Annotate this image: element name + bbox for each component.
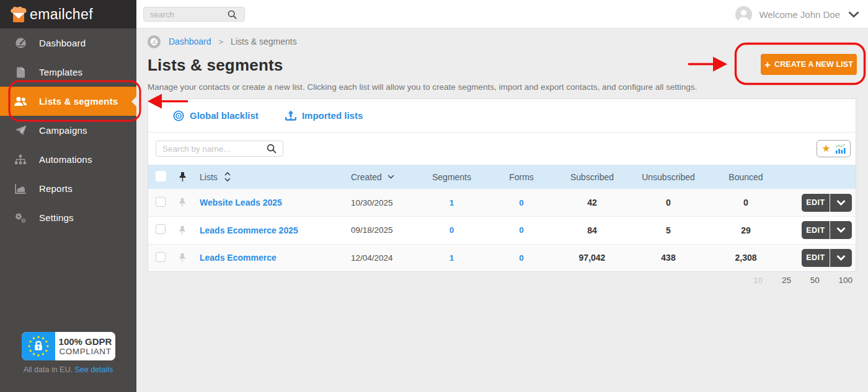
breadcrumb-home-icon[interactable] (148, 35, 161, 48)
global-search (143, 7, 245, 22)
star-icon: ★ (822, 144, 830, 154)
edit-dropdown-button[interactable] (830, 249, 852, 267)
list-search (156, 141, 283, 157)
avatar (735, 6, 752, 23)
users-icon (14, 95, 27, 108)
segments-count-link[interactable]: 1 (410, 253, 494, 263)
sidebar-item-reports[interactable]: Reports (0, 174, 136, 203)
forms-count-link[interactable]: 0 (494, 198, 549, 207)
pagination: 10 25 50 100 (148, 276, 856, 285)
unsubscribed-count: 438 (635, 253, 702, 263)
segments-count-link[interactable]: 0 (410, 225, 494, 235)
imported-lists-label: Imported lists (302, 110, 363, 121)
pin-icon[interactable] (173, 253, 192, 263)
edit-dropdown-button[interactable] (830, 221, 852, 239)
table-row: Leads Ecommerce 2025 09/18/2025 0 0 84 5… (148, 216, 856, 243)
list-created: 12/04/2024 (345, 253, 410, 263)
gdpr-see-details-link[interactable]: See details (74, 365, 113, 374)
list-name-link[interactable]: Website Leads 2025 (200, 198, 282, 207)
gdpr-line2: COMPLIANT (59, 347, 111, 356)
sidebar-item-templates[interactable]: Templates (0, 58, 136, 87)
header-unsubscribed[interactable]: Unsubscribed (635, 172, 702, 182)
lists-panel: Global blacklist Imported lists (148, 98, 856, 272)
sidebar-item-automations[interactable]: Automations (0, 145, 136, 174)
table-row: Website Leads 2025 10/30/2025 1 0 42 0 0… (148, 189, 856, 216)
bounced-count: 0 (702, 198, 790, 207)
logo[interactable]: emailchef (0, 0, 136, 28)
table-row: Leads Ecommerce 12/04/2024 1 0 97,042 43… (148, 244, 856, 271)
list-name-link[interactable]: Leads Ecommerce (200, 253, 277, 263)
select-all-checkbox[interactable] (156, 171, 166, 181)
sidebar-item-label: Lists & segments (39, 96, 118, 107)
edit-dropdown-button[interactable] (830, 194, 852, 212)
sidebar-item-label: Templates (39, 67, 82, 77)
subscribed-count: 97,042 (549, 253, 635, 263)
active-item-notch (131, 97, 136, 107)
row-checkbox[interactable] (156, 252, 166, 262)
panel-toolbar: ★ (148, 133, 856, 165)
header-segments[interactable]: Segments (410, 172, 494, 182)
bounced-count: 2,308 (702, 253, 790, 263)
imported-lists-link[interactable]: Imported lists (285, 110, 363, 121)
list-created: 09/18/2025 (345, 225, 410, 235)
breadcrumb-dashboard-link[interactable]: Dashboard (169, 37, 211, 46)
list-created: 10/30/2025 (345, 198, 410, 207)
page-size-10[interactable]: 10 (753, 276, 763, 285)
main-content: Dashboard > Lists & segments Lists & seg… (136, 28, 868, 392)
pin-header-icon[interactable] (173, 172, 192, 182)
gdpr-caption: All data in EU. See details (0, 365, 136, 374)
gdpr-caption-text: All data in EU. (24, 365, 73, 374)
page-size-50[interactable]: 50 (810, 276, 820, 285)
pin-icon[interactable] (173, 198, 192, 207)
pin-icon[interactable] (173, 225, 192, 235)
brand-name: emailchef (30, 6, 93, 23)
global-search-input[interactable] (144, 10, 228, 19)
bounced-count: 29 (702, 225, 790, 235)
sidebar-item-lists-segments[interactable]: Lists & segments (0, 87, 136, 116)
sort-icon (224, 172, 231, 182)
row-checkbox[interactable] (156, 197, 166, 207)
chevron-down-icon (848, 11, 859, 18)
forms-count-link[interactable]: 0 (494, 225, 549, 235)
list-name-link[interactable]: Leads Ecommerce 2025 (200, 225, 298, 235)
sidebar-item-label: Campaigns (39, 125, 87, 136)
edit-button[interactable]: EDIT (802, 194, 830, 212)
chevron-down-icon (388, 175, 394, 179)
header-created[interactable]: Created (345, 172, 410, 182)
sidebar-item-label: Automations (39, 154, 92, 165)
page-size-25[interactable]: 25 (782, 276, 791, 285)
forms-count-link[interactable]: 0 (494, 253, 549, 263)
create-new-list-button[interactable]: + CREATE A NEW LIST (761, 54, 857, 75)
sidebar-item-label: Dashboard (39, 38, 86, 48)
sidebar-item-label: Settings (39, 212, 74, 223)
row-checkbox[interactable] (156, 224, 166, 234)
target-icon (173, 110, 184, 121)
header-forms[interactable]: Forms (494, 172, 549, 182)
eu-lock-icon (22, 332, 55, 360)
unsubscribed-count: 5 (635, 225, 702, 235)
gdpr-badge: 100% GDPR COMPLIANT (22, 332, 115, 360)
breadcrumb-separator: > (219, 37, 224, 46)
breadcrumb-current: Lists & segments (231, 37, 297, 46)
header-bounced[interactable]: Bounced (702, 172, 790, 182)
create-new-list-label: CREATE A NEW LIST (774, 60, 853, 69)
global-blacklist-link[interactable]: Global blacklist (173, 110, 259, 121)
segments-count-link[interactable]: 1 (410, 198, 494, 207)
user-menu[interactable]: Welcome John Doe (735, 0, 859, 28)
edit-button[interactable]: EDIT (802, 221, 830, 239)
search-icon[interactable] (267, 144, 277, 154)
table-header: Lists Created Segments Forms Subsc (148, 165, 856, 189)
unsubscribed-count: 0 (635, 198, 702, 207)
gdpr-line1: 100% GDPR (59, 336, 112, 347)
header-subscribed[interactable]: Subscribed (549, 172, 635, 182)
header-lists[interactable]: Lists (192, 172, 345, 182)
upload-icon (285, 110, 296, 121)
favorites-stats-button[interactable]: ★ (817, 140, 851, 157)
page-size-100[interactable]: 100 (838, 276, 852, 285)
edit-button[interactable]: EDIT (802, 249, 830, 267)
sidebar-item-settings[interactable]: Settings (0, 203, 136, 232)
search-icon[interactable] (228, 10, 237, 19)
sidebar-item-dashboard[interactable]: Dashboard (0, 28, 136, 58)
list-search-input[interactable] (156, 144, 267, 154)
sidebar-item-campaigns[interactable]: Campaigns (0, 116, 136, 145)
